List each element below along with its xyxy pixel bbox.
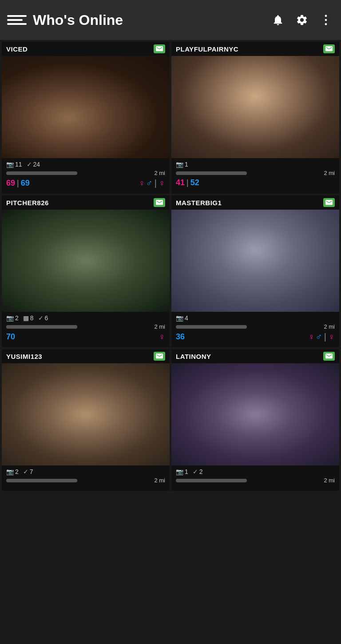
username-latinony: LATINONY	[176, 353, 211, 360]
camera-icon: 📷	[6, 161, 14, 168]
age-row-viced: 69 | 69 ♀ ♂ | ♀	[6, 178, 165, 192]
distance-yusimi123: 2 mi	[154, 477, 165, 484]
location-bar	[6, 171, 77, 175]
message-icon-viced[interactable]	[154, 44, 165, 53]
card-stats: 📷 2 ✓ 7	[6, 468, 165, 475]
age-single-masterbig1: 36	[176, 332, 185, 342]
distance-pitcher826: 2 mi	[154, 323, 165, 330]
checkmark-icon: ✓	[23, 468, 28, 475]
camera-icon: 📷	[176, 161, 183, 168]
age-row-yusimi123	[6, 485, 165, 489]
message-icon-pitcher826[interactable]	[154, 198, 165, 207]
card-info-viced: 📷 11 ✓ 24 2 mi 69 | 69 ♀	[2, 158, 170, 194]
camera-icon: 📷	[176, 468, 183, 475]
card-header: MASTERBIG1	[171, 195, 339, 210]
card-header: VICED	[2, 42, 170, 56]
location-row: 2 mi	[176, 323, 335, 330]
ages-playfulpairnyc: 41 | 52	[176, 178, 199, 187]
menu-button[interactable]	[7, 10, 27, 30]
couple-female-icon: ♀	[159, 178, 165, 188]
genders-masterbig1: ♀ ♂ | ♀	[308, 332, 335, 342]
card-stats: 📷 1 ✓ 2	[176, 468, 335, 475]
profile-photo-latinony	[171, 363, 339, 465]
location-bar	[176, 325, 247, 329]
location-row: 2 mi	[6, 323, 165, 330]
ages-viced: 69 | 69	[6, 179, 30, 188]
card-info-latinony: 📷 1 ✓ 2 2 mi	[171, 465, 339, 491]
camera-icon: 📷	[176, 314, 183, 322]
card-header: LATINONY	[171, 349, 339, 363]
couple-female-icon: ♀	[328, 332, 335, 342]
camera-icon: 📷	[6, 314, 14, 322]
message-icon-masterbig1[interactable]	[323, 198, 335, 207]
age-row-pitcher826: 70 ♀	[6, 332, 165, 346]
checkmark-icon: ✓	[38, 314, 44, 322]
message-icon-playfulpairnyc[interactable]	[323, 44, 335, 53]
user-card-playfulpairnyc[interactable]: PLAYFULPAIRNYC 📷 1 2 mi 41 |	[171, 42, 339, 194]
profile-photo-masterbig1	[171, 210, 339, 312]
card-stats: 📷 2 ▦ 8 ✓ 6	[6, 314, 165, 322]
film-icon: ▦	[23, 314, 29, 322]
photo-placeholder	[2, 210, 170, 312]
settings-button[interactable]	[294, 12, 310, 28]
male-gender-icon: ♂	[316, 332, 322, 342]
photo-placeholder	[171, 363, 339, 465]
age-row-playfulpairnyc: 41 | 52	[176, 178, 335, 191]
location-bar	[6, 479, 77, 482]
photo-count: 📷 1	[176, 161, 188, 168]
check-count: ✓ 2	[193, 468, 203, 475]
gear-icon	[296, 14, 308, 26]
location-row: 2 mi	[176, 170, 335, 176]
bell-icon	[272, 14, 284, 26]
distance-masterbig1: 2 mi	[324, 323, 335, 330]
check-count: ✓ 6	[38, 314, 48, 322]
user-card-masterbig1[interactable]: MASTERBIG1 📷 4 2 mi 36	[171, 195, 339, 347]
location-row: 2 mi	[176, 477, 335, 484]
female-gender-icon: ♀	[308, 332, 315, 342]
male-gender-icon: ♂	[146, 178, 153, 188]
username-playfulpairnyc: PLAYFULPAIRNYC	[176, 45, 238, 53]
location-bar	[176, 479, 247, 482]
message-icon-yusimi123[interactable]	[154, 352, 165, 361]
card-header: PLAYFULPAIRNYC	[171, 42, 339, 56]
page-title: Who's Online	[33, 12, 270, 28]
card-stats: 📷 1	[176, 161, 335, 168]
camera-icon: 📷	[6, 468, 14, 475]
distance-playfulpairnyc: 2 mi	[324, 170, 335, 176]
card-stats: 📷 4	[176, 314, 335, 322]
user-card-viced[interactable]: VICED 📷 11 ✓ 24 2 mi	[2, 42, 170, 194]
photo-placeholder	[171, 210, 339, 312]
age-row-masterbig1: 36 ♀ ♂ | ♀	[176, 332, 335, 346]
age-female-viced: 69	[6, 179, 15, 188]
location-row: 2 mi	[6, 477, 165, 484]
header-icons	[270, 12, 334, 28]
age-single-pitcher826: 70	[6, 332, 15, 342]
photo-count: 📷 11	[6, 161, 22, 168]
ages-masterbig1: 36	[176, 332, 185, 342]
photo-count: 📷 2	[6, 314, 19, 322]
genders-viced: ♀ ♂ | ♀	[139, 178, 165, 188]
photo-count: 📷 1	[176, 468, 188, 475]
user-card-pitcher826[interactable]: PITCHER826 📷 2 ▦ 8 ✓ 6	[2, 195, 170, 347]
svg-point-2	[325, 23, 327, 25]
photo-placeholder	[2, 363, 170, 465]
card-info-pitcher826: 📷 2 ▦ 8 ✓ 6 2 mi 70	[2, 312, 170, 347]
user-card-latinony[interactable]: LATINONY 📷 1 ✓ 2 2 mi	[171, 349, 339, 491]
check-count: ✓ 7	[23, 468, 33, 475]
photo-placeholder	[2, 56, 170, 158]
notifications-button[interactable]	[270, 12, 286, 28]
checkmark-icon: ✓	[193, 468, 198, 475]
card-info-yusimi123: 📷 2 ✓ 7 2 mi	[2, 465, 170, 491]
message-icon-latinony[interactable]	[323, 352, 335, 361]
location-row: 2 mi	[6, 170, 165, 176]
age-male-viced: 69	[21, 179, 30, 188]
photo-count: 📷 4	[176, 314, 188, 322]
username-viced: VICED	[6, 45, 28, 53]
more-options-button[interactable]	[318, 12, 334, 28]
location-bar	[176, 171, 247, 175]
username-masterbig1: MASTERBIG1	[176, 199, 222, 207]
age-female-playfulpairnyc: 41	[176, 178, 185, 187]
female-gender-icon: ♀	[139, 178, 145, 188]
location-bar	[6, 325, 77, 329]
user-card-yusimi123[interactable]: YUSIMI123 📷 2 ✓ 7 2 mi	[2, 349, 170, 491]
